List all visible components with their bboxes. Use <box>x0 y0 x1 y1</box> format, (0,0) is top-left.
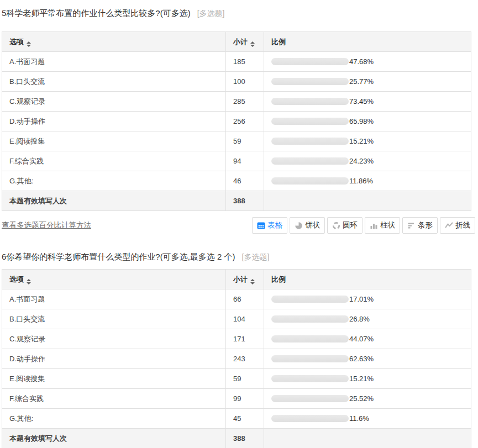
question-block-6: 6你希望你的科学老师布置什么类型的作业?(可多选,最多选 2 个)[多选题] 选… <box>2 251 471 448</box>
table-header-row: 选项 小计 比例 <box>2 270 471 289</box>
count-cell: 243 <box>226 349 264 369</box>
question-block-5: 5科学老师平常布置的作业什么类型比较多?(可多选)[多选题] 选项 小计 比例 … <box>2 8 471 211</box>
chart-type-button-line-chart[interactable]: 折线 <box>440 217 475 234</box>
percent-label: 15.21% <box>349 375 374 383</box>
multiselect-tag: [多选题] <box>197 9 225 18</box>
count-cell: 46 <box>226 171 264 191</box>
chart-type-button-table[interactable]: 表格 <box>252 217 287 234</box>
count-cell: 104 <box>226 309 264 329</box>
option-cell: E.阅读搜集 <box>2 131 226 151</box>
total-count: 388 <box>226 429 264 448</box>
sort-icon[interactable] <box>27 279 31 284</box>
percent-label: 47.68% <box>349 57 374 66</box>
percent-bar <box>271 138 349 145</box>
option-cell: C.观察记录 <box>2 92 226 112</box>
percent-bar <box>271 375 349 382</box>
count-cell: 100 <box>226 72 264 92</box>
sort-icon[interactable] <box>250 41 255 47</box>
chart-type-button-column-chart[interactable]: 柱状 <box>365 217 400 234</box>
ratio-cell: 11.6% <box>264 409 471 429</box>
ratio-cell: 44.07% <box>264 329 471 349</box>
donut-icon <box>332 222 340 230</box>
ratio-cell: 24.23% <box>264 151 471 171</box>
chart-type-button-bar-chart[interactable]: 条形 <box>402 217 438 234</box>
total-ratio-empty <box>264 429 471 448</box>
table-header-option[interactable]: 选项 <box>2 270 226 289</box>
percent-label: 15.21% <box>349 137 374 145</box>
total-ratio-empty <box>264 191 471 211</box>
percent-bar <box>271 157 349 165</box>
table-row: C.观察记录17144.07% <box>2 329 471 349</box>
ratio-cell: 65.98% <box>264 112 471 131</box>
total-row: 本题有效填写人次 388 <box>2 191 471 211</box>
count-cell: 59 <box>226 131 264 151</box>
chart-type-button-label: 折线 <box>455 220 470 230</box>
table-icon <box>257 222 265 230</box>
total-row: 本题有效填写人次 388 <box>2 429 471 448</box>
table-row: E.阅读搜集5915.21% <box>2 369 471 389</box>
percent-bar <box>271 355 349 362</box>
table-row: B.口头交流10426.8% <box>2 309 471 329</box>
chart-type-button-label: 圆环 <box>343 220 358 230</box>
percent-bar <box>271 315 349 323</box>
chart-type-buttons: 表格饼状圆环柱状条形折线 <box>252 217 475 234</box>
column-chart-icon <box>370 222 378 230</box>
question-title: 6你希望你的科学老师布置什么类型的作业?(可多选,最多选 2 个)[多选题] <box>2 251 471 262</box>
option-cell: F.综合实践 <box>2 389 226 409</box>
table-row: B.口头交流10025.77% <box>2 72 471 92</box>
percent-bar <box>271 177 349 185</box>
ratio-cell: 25.52% <box>264 389 471 409</box>
option-cell: G.其他: <box>2 409 226 429</box>
table-header-count[interactable]: 小计 <box>226 270 264 289</box>
line-chart-icon <box>445 222 453 230</box>
ratio-cell: 17.01% <box>264 289 471 309</box>
count-cell: 99 <box>226 389 264 409</box>
percent-label: 24.23% <box>349 157 374 165</box>
option-cell: A.书面习题 <box>2 52 226 72</box>
table-row: A.书面习题6617.01% <box>2 289 471 309</box>
multiselect-tag: [多选题] <box>242 252 270 261</box>
option-cell: D.动手操作 <box>2 112 226 131</box>
table-row: D.动手操作24362.63% <box>2 349 471 369</box>
pie-icon <box>295 222 303 230</box>
count-cell: 66 <box>226 289 264 309</box>
percent-bar <box>271 335 349 342</box>
percent-label: 17.01% <box>349 295 374 303</box>
percent-label: 11.86% <box>349 177 373 185</box>
table-header-row: 选项 小计 比例 <box>2 32 471 52</box>
chart-type-button-pie[interactable]: 饼状 <box>290 217 325 234</box>
percent-label: 25.77% <box>349 77 374 86</box>
ratio-cell: 47.68% <box>264 52 471 72</box>
results-table: 选项 小计 比例 A.书面习题6617.01%B.口头交流10426.8%C.观… <box>2 269 471 448</box>
table-header-ratio: 比例 <box>264 270 471 289</box>
percent-label: 26.8% <box>349 315 370 323</box>
count-cell: 285 <box>226 92 264 112</box>
count-cell: 185 <box>226 52 264 72</box>
table-header-option[interactable]: 选项 <box>2 32 226 52</box>
percent-method-link[interactable]: 查看多选题百分比计算方法 <box>2 220 91 230</box>
percent-label: 11.6% <box>349 414 369 423</box>
percent-bar <box>271 395 349 402</box>
percent-label: 65.98% <box>349 117 374 125</box>
option-cell: G.其他: <box>2 171 226 191</box>
percent-bar <box>271 296 349 303</box>
survey-results-page: 5科学老师平常布置的作业什么类型比较多?(可多选)[多选题] 选项 小计 比例 … <box>0 0 478 448</box>
question-title-text: 5科学老师平常布置的作业什么类型比较多?(可多选) <box>2 8 191 18</box>
chart-type-button-donut[interactable]: 圆环 <box>327 217 363 234</box>
option-cell: B.口头交流 <box>2 309 226 329</box>
table-header-count[interactable]: 小计 <box>226 32 264 52</box>
sort-icon[interactable] <box>27 41 31 47</box>
table-row: E.阅读搜集5915.21% <box>2 131 471 151</box>
count-cell: 94 <box>226 151 264 171</box>
bar-chart-icon <box>407 222 416 230</box>
table-row: F.综合实践9925.52% <box>2 389 471 409</box>
table-header-ratio: 比例 <box>264 32 471 52</box>
sort-icon[interactable] <box>250 279 255 284</box>
ratio-cell: 11.86% <box>264 171 471 191</box>
question-title-text: 6你希望你的科学老师布置什么类型的作业?(可多选,最多选 2 个) <box>2 252 235 261</box>
table-row: F.综合实践9424.23% <box>2 151 471 171</box>
ratio-cell: 62.63% <box>264 349 471 369</box>
percent-label: 25.52% <box>349 394 374 403</box>
percent-label: 73.45% <box>349 97 374 106</box>
percent-bar <box>271 415 349 422</box>
